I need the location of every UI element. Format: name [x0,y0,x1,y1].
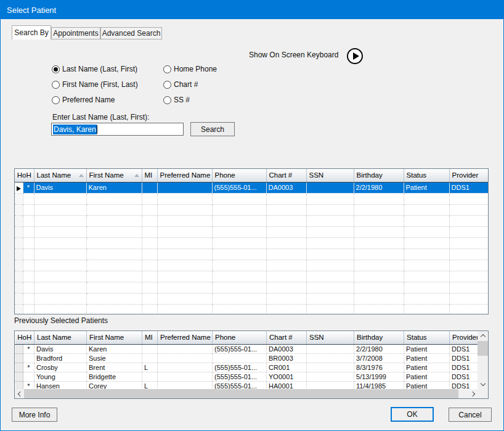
cell-last[interactable]: Crosby [35,363,87,372]
cell-status[interactable]: Patient [404,363,450,372]
more-info-button[interactable]: More Info [12,408,57,422]
cell-provider[interactable]: DDS1 [450,363,478,372]
cell-birthday[interactable]: 2/2/1980 [354,182,404,193]
col-header-last-name[interactable]: Last Name [34,169,86,182]
col-header-hoh[interactable]: HoH [15,169,34,182]
cell-pref[interactable] [158,344,213,353]
cell-mi[interactable] [142,372,158,381]
scroll-left-button[interactable] [15,389,24,398]
radio-home-phone[interactable]: Home Phone [163,65,217,73]
cell-ssn[interactable] [307,381,354,389]
radio-ss-number[interactable]: SS # [163,96,190,104]
cell-mi[interactable] [142,353,158,363]
cell-status[interactable]: Patient [404,381,450,389]
scroll-down-button[interactable] [478,380,488,389]
cell-status[interactable]: Patient [404,344,450,353]
last-name-input[interactable]: Davis, Karen [51,123,184,136]
cell-phone[interactable]: (555)555-01... [213,372,267,381]
row-header-cell[interactable] [15,353,23,363]
cell-mi[interactable] [142,344,158,353]
cell-birthday[interactable]: 3/7/2008 [354,353,404,363]
cell-provider[interactable]: DDS1 [450,381,478,389]
cell-ssn[interactable] [306,182,354,193]
col-header-birthday[interactable]: Birthday [354,169,404,182]
radio-last-name[interactable]: Last Name (Last, First) [52,65,137,73]
col-header-phone[interactable]: Phone [212,169,266,182]
col-header-last-name[interactable]: Last Name [35,331,87,344]
cell-hoh[interactable]: * [23,381,35,389]
patient-row-bradford[interactable]: BradfordSusieBR00033/7/2008PatientDDS1 [15,353,478,363]
scroll-up-button[interactable] [478,331,488,340]
ok-button[interactable]: OK [391,407,434,422]
cell-mi[interactable] [142,182,157,193]
cell-birthday[interactable]: 8/3/1976 [354,363,404,372]
selected-row-indicator[interactable] [15,182,23,193]
cell-phone[interactable]: (555)555-01... [213,344,267,353]
col-header-mi[interactable]: MI [142,331,158,344]
tab-appointments[interactable]: Appointments [51,27,100,39]
patient-row-hansen[interactable]: *HansenCoreyL(555)555-01...HA000111/4/19… [15,381,478,389]
cell-ssn[interactable] [307,372,354,381]
cell-provider[interactable]: DDS1 [450,372,478,381]
cell-chart[interactable]: DA0003 [266,182,306,193]
patient-row-davis[interactable]: *DavisKaren(555)555-01...DA00032/2/1980P… [15,344,478,353]
col-header-first-name[interactable]: First Name [87,331,142,344]
cell-chart[interactable]: CR001 [267,363,307,372]
cell-ssn[interactable] [307,363,354,372]
horizontal-scroll-thumb[interactable] [24,389,458,398]
cell-provider[interactable]: DDS1 [450,344,478,353]
radio-chart-number-circle-icon[interactable] [163,81,171,89]
scroll-right-button[interactable] [468,389,478,398]
radio-preferred-name[interactable]: Preferred Name [52,96,115,104]
cell-first[interactable]: Bridgette [87,372,142,381]
cell-first[interactable]: Karen [87,344,142,353]
cell-chart[interactable]: HA0001 [267,381,307,389]
cell-pref[interactable] [158,363,213,372]
cell-status[interactable]: Patient [404,182,449,193]
show-keyboard-button[interactable] [347,48,363,64]
cell-first[interactable]: Karen [86,182,142,193]
col-header-ssn[interactable]: SSN [307,331,354,344]
row-header-cell[interactable] [15,363,23,372]
cell-status[interactable]: Patient [404,353,450,363]
cell-phone[interactable]: (555)555-01... [212,182,266,193]
cell-mi[interactable]: L [142,381,158,389]
col-header-chart-[interactable]: Chart # [266,169,306,182]
radio-home-phone-circle-icon[interactable] [163,65,171,73]
col-header-phone[interactable]: Phone [213,331,267,344]
col-header-preferred-name[interactable]: Preferred Name [158,331,213,344]
cell-ssn[interactable] [307,344,354,353]
previously-selected-grid[interactable]: HoHLast NameFirst NameMIPreferred NamePh… [14,330,489,399]
cell-hoh[interactable] [23,353,35,363]
row-header-cell[interactable] [15,372,23,381]
cell-phone[interactable]: (555)555-01... [213,381,267,389]
cell-last[interactable]: Davis [34,182,86,193]
col-header-hoh[interactable]: HoH [15,331,35,344]
cell-last[interactable]: Davis [35,344,87,353]
cell-birthday[interactable]: 2/2/1980 [354,344,404,353]
col-header-chart-[interactable]: Chart # [267,331,307,344]
search-button[interactable]: Search [190,122,235,136]
cell-first[interactable]: Corey [87,381,142,389]
radio-chart-number[interactable]: Chart # [163,80,198,89]
cell-birthday[interactable]: 11/4/1985 [354,381,404,389]
cell-chart[interactable]: DA0003 [267,344,307,353]
vertical-scrollbar[interactable] [478,331,488,389]
row-header-cell[interactable] [15,344,23,353]
cell-first[interactable]: Brent [87,363,142,372]
radio-ss-number-circle-icon[interactable] [163,96,171,104]
cell-chart[interactable]: BR0003 [267,353,307,363]
radio-preferred-name-circle-icon[interactable] [52,96,60,104]
search-results-grid[interactable]: HoHLast NameFirst NameMIPreferred NamePh… [14,168,489,314]
col-header-mi[interactable]: MI [142,169,157,182]
cell-last[interactable]: Hansen [35,381,87,389]
patient-row-crosby[interactable]: *CrosbyBrentL(555)555-01...CR0018/3/1976… [15,363,478,372]
col-header-status[interactable]: Status [404,331,450,344]
cell-chart[interactable]: YO0001 [267,372,307,381]
cell-pref[interactable] [157,182,212,193]
cell-hoh[interactable]: * [23,363,35,372]
radio-first-name-circle-icon[interactable] [52,81,60,89]
cell-ssn[interactable] [307,353,354,363]
cell-phone[interactable]: (555)555-01... [213,363,267,372]
patient-row-young[interactable]: YoungBridgette(555)555-01...YO00015/13/1… [15,372,478,381]
